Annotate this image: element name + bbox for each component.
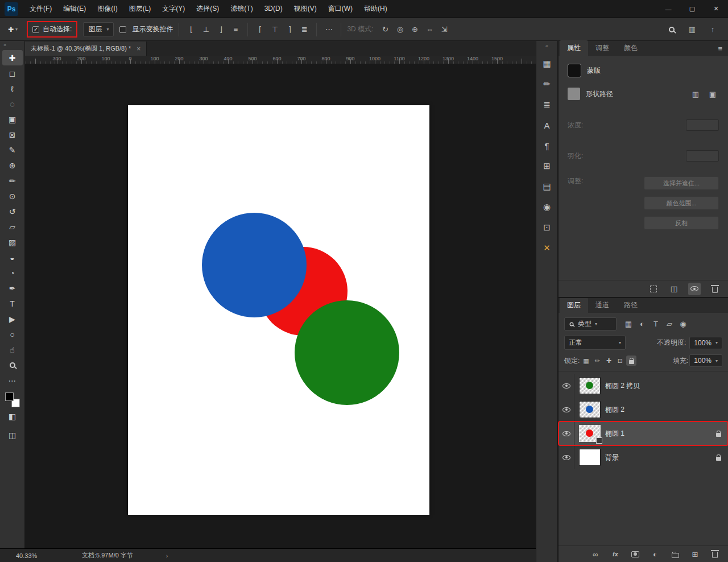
zoom-tool[interactable] (2, 357, 23, 373)
pen-tool[interactable]: ✒ (2, 280, 23, 296)
3d-roll-icon[interactable]: ◎ (394, 23, 406, 36)
distribute-vertical-icon[interactable]: ≣ (298, 23, 311, 36)
dodge-tool[interactable]: ◔ (2, 265, 23, 280)
hand-tool[interactable]: ☝ (2, 342, 23, 357)
blur-tool[interactable]: ◒ (2, 250, 23, 265)
brush-tool[interactable]: ✏ (2, 173, 23, 188)
filter-smart-objects-icon[interactable]: ◉ (677, 318, 689, 330)
eraser-tool[interactable]: ▱ (2, 219, 23, 234)
gradient-tool[interactable]: ▨ (2, 234, 23, 250)
3d-slide-icon[interactable]: ⇔ (423, 23, 436, 36)
visibility-toggle[interactable] (559, 374, 574, 398)
lock-transparency-icon[interactable]: ▦ (581, 356, 591, 366)
layer-thumbnail[interactable] (580, 378, 600, 394)
history-brush-tool[interactable]: ↺ (2, 204, 23, 219)
toolbar-collapse-icon[interactable]: » (0, 42, 24, 50)
fill-dropdown[interactable]: 100% ▾ (689, 354, 722, 367)
menu-item-6[interactable]: 滤镜(T) (225, 0, 258, 18)
add-layer-mask-icon[interactable] (629, 548, 642, 560)
lock-position-icon[interactable]: ✚ (603, 356, 614, 366)
tab-adjustments[interactable]: 调整 (588, 40, 617, 56)
mask-visibility-icon[interactable] (688, 283, 701, 295)
ellipse-tool[interactable]: ○ (2, 327, 23, 342)
foreground-color-swatch[interactable] (5, 392, 14, 401)
layer-row[interactable]: 椭圆 2 拷贝 (559, 374, 728, 398)
menu-item-8[interactable]: 视图(V) (288, 0, 322, 18)
visibility-toggle[interactable] (559, 422, 574, 445)
eyedropper-tool[interactable]: ✎ (2, 142, 23, 158)
menu-item-3[interactable]: 图层(L) (123, 0, 157, 18)
document-tab[interactable]: 未标题-1 @ 40.3%(椭圆 1, RGB/8) * × (25, 42, 147, 56)
lock-nesting-icon[interactable]: ⊡ (615, 356, 625, 366)
character-panel-icon[interactable]: A (539, 117, 555, 133)
quick-selection-tool[interactable]: ◌ (2, 96, 23, 111)
canvas-area[interactable]: 3002001000100200300400500600700800900100… (25, 56, 536, 548)
align-bottom-edges-icon[interactable]: ⌉ (283, 23, 296, 36)
layer-mask-mode-icon[interactable]: ▥ (689, 88, 702, 100)
menu-item-0[interactable]: 文件(F) (24, 0, 57, 18)
maximize-button[interactable]: ▢ (680, 0, 704, 18)
3d-drag-icon[interactable]: ⊕ (408, 23, 421, 36)
rectangular-marquee-tool[interactable]: ◻ (2, 65, 23, 81)
close-tab-icon[interactable]: × (136, 45, 140, 53)
glyphs-panel-icon[interactable]: ⊞ (539, 158, 555, 174)
libraries-panel-icon[interactable]: ▤ (539, 179, 555, 195)
frame-tool[interactable]: ⊠ (2, 127, 23, 142)
more-align-options-icon[interactable]: ⋯ (322, 23, 335, 36)
layer-thumbnail[interactable] (580, 425, 600, 441)
menu-item-7[interactable]: 3D(D) (259, 0, 288, 18)
lock-all-icon[interactable] (626, 356, 636, 366)
current-tool-icon[interactable]: ✚ ▾ (5, 24, 21, 35)
link-layers-icon[interactable]: ∞ (589, 548, 602, 560)
feather-value-field[interactable] (686, 150, 719, 162)
filter-adjustment-layers-icon[interactable]: ◐ (636, 318, 648, 330)
crop-tool[interactable]: ▣ (2, 111, 23, 127)
density-value-field[interactable] (686, 119, 719, 131)
tab-paths[interactable]: 路径 (617, 297, 645, 313)
swatches-panel-icon[interactable]: ▦ (539, 56, 555, 72)
annotations-panel-icon[interactable]: ✕ (539, 240, 555, 256)
filter-shape-layers-icon[interactable]: ▱ (663, 318, 676, 330)
green-ellipse[interactable] (295, 300, 399, 405)
menu-item-1[interactable]: 编辑(E) (57, 0, 92, 18)
shape-path-thumbnail[interactable] (568, 88, 580, 100)
search-icon[interactable] (665, 23, 678, 36)
panel-menu-icon[interactable]: ≡ (712, 44, 728, 56)
close-button[interactable]: ✕ (704, 0, 728, 18)
info-panel-icon[interactable]: ⊡ (539, 220, 555, 235)
screen-mode-icon[interactable]: ◫ (2, 427, 23, 443)
quick-mask-icon[interactable]: ◧ (2, 408, 23, 424)
filter-type-layers-icon[interactable]: T (650, 318, 662, 330)
tab-layers[interactable]: 图层 (560, 297, 588, 313)
edit-toolbar-icon[interactable]: ⋯ (2, 373, 23, 388)
vector-mask-mode-icon[interactable]: ▣ (706, 88, 719, 100)
layer-thumbnail[interactable] (580, 402, 600, 418)
3d-rotate-icon[interactable]: ↻ (379, 23, 391, 36)
layer-row[interactable]: 椭圆 2 (559, 398, 728, 422)
lock-pixels-icon[interactable]: ✏ (592, 356, 602, 366)
tab-color[interactable]: 颜色 (617, 40, 645, 56)
menu-item-9[interactable]: 窗口(W) (322, 0, 358, 18)
auto-select-target-dropdown[interactable]: 图层 ▾ (83, 22, 114, 36)
align-left-edges-icon[interactable]: ⌊ (185, 23, 197, 36)
move-tool[interactable]: ✚ (2, 50, 23, 65)
tab-channels[interactable]: 通道 (588, 297, 617, 313)
align-horizontal-centers-icon[interactable]: ⊥ (200, 23, 212, 36)
layer-filter-dropdown[interactable]: 类型 ▾ (564, 317, 617, 330)
menu-item-10[interactable]: 帮助(H) (358, 0, 393, 18)
visibility-toggle[interactable] (559, 398, 574, 422)
color-swatches[interactable] (5, 392, 20, 407)
layer-thumbnail[interactable] (580, 449, 600, 465)
share-image-icon[interactable]: ↑ (706, 23, 719, 36)
visibility-toggle[interactable] (559, 445, 574, 469)
new-layer-icon[interactable]: ⊞ (689, 548, 701, 560)
menu-item-4[interactable]: 文字(Y) (156, 0, 191, 18)
minimize-button[interactable]: — (656, 0, 680, 18)
prop-button-0[interactable]: 选择并遮住... (644, 176, 719, 190)
clone-source-panel-icon[interactable]: ≣ (539, 97, 555, 113)
strip-collapse-icon[interactable]: « (536, 43, 557, 51)
clone-stamp-tool[interactable]: ⊙ (2, 188, 23, 204)
distribute-horizontal-icon[interactable]: ≡ (229, 23, 242, 36)
path-selection-tool[interactable]: ▶ (2, 311, 23, 327)
lasso-tool[interactable]: ℓ (2, 81, 23, 96)
